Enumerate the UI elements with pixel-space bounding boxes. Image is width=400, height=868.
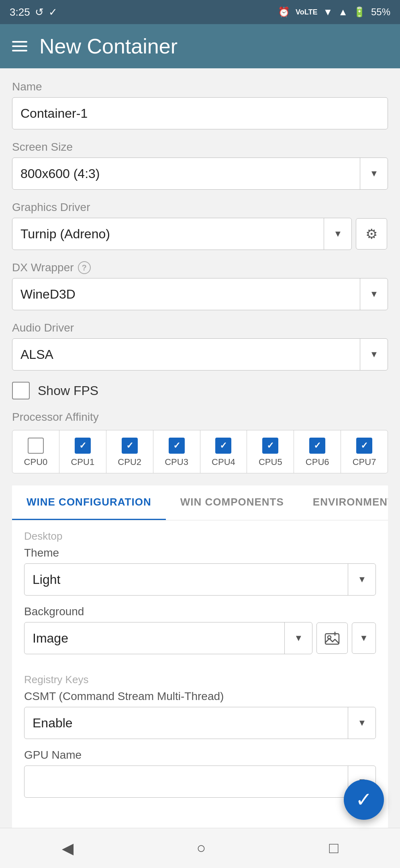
cpu0-checkbox[interactable] — [28, 438, 44, 454]
cpu7-item: ✓ CPU7 — [341, 430, 388, 473]
page-title: New Container — [39, 34, 178, 58]
audio-driver-group: Audio Driver ALSA ▼ — [12, 321, 388, 371]
show-fps-checkbox[interactable] — [12, 382, 30, 399]
cpu5-item: ✓ CPU5 — [247, 430, 294, 473]
cpu5-checkmark: ✓ — [267, 440, 274, 451]
cpu2-item: ✓ CPU2 — [106, 430, 153, 473]
csmt-label: CSMT (Command Stream Multi-Thread) — [24, 690, 376, 703]
cpu6-checkbox[interactable]: ✓ — [309, 438, 325, 454]
dx-wrapper-label-row: DX Wrapper ? — [12, 261, 388, 274]
cpu-grid: CPU0 ✓ CPU1 ✓ CPU2 ✓ CPU3 — [12, 430, 388, 473]
background-select-wrapper: Image ▼ — [24, 622, 312, 654]
cpu7-label: CPU7 — [353, 457, 376, 467]
graphics-driver-group: Graphics Driver Turnip (Adreno) ▼ ⚙ — [12, 201, 388, 250]
show-fps-label: Show FPS — [38, 383, 98, 398]
tabs-section: WINE CONFIGURATION WIN COMPONENTS ENVIRO… — [12, 485, 388, 868]
status-bar-left: 3:25 ↺ ✓ — [10, 6, 57, 18]
cpu7-checkbox[interactable]: ✓ — [356, 438, 372, 454]
cpu4-checkmark: ✓ — [220, 440, 227, 451]
name-group: Name — [12, 80, 388, 129]
wine-config-content: Desktop Theme Light ▼ Background Image — [12, 520, 388, 868]
cpu2-label: CPU2 — [118, 457, 141, 467]
graphics-driver-select[interactable]: Turnip (Adreno) — [12, 218, 352, 250]
cpu3-checkbox[interactable]: ✓ — [169, 438, 185, 454]
dx-wrapper-group: DX Wrapper ? WineD3D ▼ — [12, 261, 388, 310]
status-bar-right: ⏰ VoLTE ▼ ▲ 🔋 55% — [278, 6, 390, 18]
name-input[interactable] — [12, 97, 388, 129]
background-row: Image ▼ ▼ — [24, 622, 376, 654]
cpu4-item: ✓ CPU4 — [200, 430, 247, 473]
cpu3-label: CPU3 — [165, 457, 188, 467]
cpu4-checkbox[interactable]: ✓ — [215, 438, 231, 454]
theme-label: Theme — [24, 547, 376, 559]
cpu2-checkmark: ✓ — [126, 440, 133, 451]
background-image-picker-button[interactable] — [316, 622, 348, 654]
show-fps-row: Show FPS — [12, 382, 388, 399]
wifi-icon: ▼ — [323, 6, 333, 18]
theme-wrapper: Light ▼ — [24, 563, 376, 596]
cpu1-checkbox[interactable]: ✓ — [75, 438, 91, 454]
main-content: Name Screen Size 800x600 (4:3) ▼ Graphic… — [0, 68, 400, 868]
cpu3-item: ✓ CPU3 — [153, 430, 200, 473]
audio-driver-wrapper: ALSA ▼ — [12, 338, 388, 371]
cpu4-label: CPU4 — [212, 457, 235, 467]
battery-level: 55% — [371, 6, 390, 18]
csmt-select[interactable]: Enable — [24, 707, 376, 739]
processor-affinity-group: Processor Affinity CPU0 ✓ CPU1 ✓ CPU2 — [12, 411, 388, 473]
recents-button[interactable]: □ — [317, 835, 351, 861]
graphics-driver-wrapper: Turnip (Adreno) ▼ — [12, 218, 352, 250]
cpu6-item: ✓ CPU6 — [294, 430, 341, 473]
registry-keys-section-label: Registry Keys — [24, 664, 376, 690]
tabs-container: WINE CONFIGURATION WIN COMPONENTS ENVIRO… — [12, 485, 388, 520]
theme-group: Theme Light ▼ — [24, 547, 376, 596]
background-select[interactable]: Image — [24, 622, 312, 654]
processor-affinity-label: Processor Affinity — [12, 411, 388, 424]
alarm-icon: ⏰ — [278, 6, 290, 18]
background-extra-dropdown-button[interactable]: ▼ — [352, 622, 376, 654]
confirm-fab[interactable]: ✓ — [344, 780, 384, 820]
cpu6-label: CPU6 — [306, 457, 329, 467]
graphics-driver-label: Graphics Driver — [12, 201, 388, 214]
phone-icon: ↺ — [35, 6, 44, 18]
menu-line-2 — [12, 45, 27, 47]
background-group: Background Image ▼ — [24, 605, 376, 654]
cpu5-label: CPU5 — [259, 457, 282, 467]
svg-rect-0 — [325, 634, 339, 644]
gpu-name-wrapper: ▼ — [24, 766, 376, 798]
cpu6-checkmark: ✓ — [314, 440, 321, 451]
gpu-name-label: GPU Name — [24, 749, 376, 762]
battery-icon: 🔋 — [353, 6, 365, 18]
cpu5-checkbox[interactable]: ✓ — [262, 438, 278, 454]
audio-driver-select[interactable]: ALSA — [12, 338, 388, 371]
status-time: 3:25 — [10, 6, 30, 18]
dx-wrapper-wrapper: WineD3D ▼ — [12, 278, 388, 310]
dx-wrapper-select[interactable]: WineD3D — [12, 278, 388, 310]
gpu-name-group: GPU Name ▼ — [24, 749, 376, 798]
screen-size-select[interactable]: 800x600 (4:3) — [12, 158, 388, 190]
tab-wine-configuration[interactable]: WINE CONFIGURATION — [12, 485, 166, 520]
cpu2-checkbox[interactable]: ✓ — [122, 438, 138, 454]
theme-select[interactable]: Light — [24, 563, 376, 596]
tab-win-components[interactable]: WIN COMPONENTS — [166, 485, 298, 520]
menu-line-1 — [12, 41, 27, 43]
name-label: Name — [12, 80, 388, 93]
screen-size-group: Screen Size 800x600 (4:3) ▼ — [12, 141, 388, 190]
screen-size-wrapper: 800x600 (4:3) ▼ — [12, 158, 388, 190]
app-bar: New Container — [0, 24, 400, 68]
bottom-nav: ◀ ○ □ — [0, 828, 400, 868]
signal-icon: ▲ — [338, 6, 348, 18]
background-label: Background — [24, 605, 376, 618]
graphics-driver-row: Turnip (Adreno) ▼ ⚙ — [12, 218, 388, 250]
home-button[interactable]: ○ — [185, 835, 218, 861]
check-icon: ✓ — [49, 6, 57, 18]
dx-wrapper-help-icon[interactable]: ? — [78, 261, 91, 274]
back-button[interactable]: ◀ — [50, 835, 86, 861]
cpu1-checkmark: ✓ — [79, 440, 86, 451]
graphics-driver-settings-button[interactable]: ⚙ — [356, 218, 387, 250]
menu-icon[interactable] — [12, 41, 27, 51]
confirm-check-icon: ✓ — [355, 788, 372, 811]
cpu1-label: CPU1 — [71, 457, 94, 467]
tab-environment[interactable]: ENVIRONMENT — [298, 485, 388, 520]
gpu-name-select[interactable] — [24, 766, 376, 798]
cpu7-checkmark: ✓ — [361, 440, 368, 451]
